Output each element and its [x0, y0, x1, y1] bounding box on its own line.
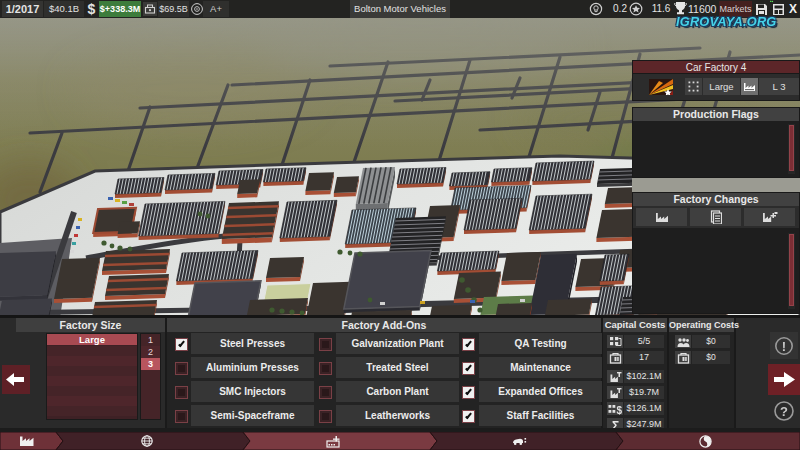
svg-text:?: ?	[780, 404, 788, 419]
svg-text:$: $	[616, 405, 622, 416]
svg-text:!: !	[782, 339, 786, 354]
